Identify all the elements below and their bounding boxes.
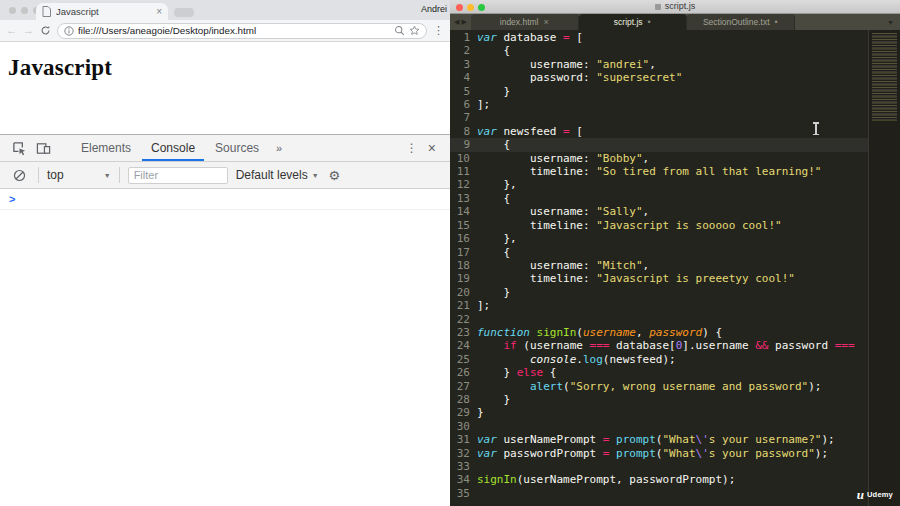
browser-menu-icon[interactable]: ⋮ — [433, 24, 444, 37]
code-text: } — [477, 286, 868, 299]
code-line[interactable]: 12 }, — [450, 178, 868, 191]
unsaved-dot-icon[interactable]: • — [775, 17, 778, 27]
unsaved-dot-icon[interactable]: • — [648, 17, 651, 27]
code-text: } — [477, 406, 868, 419]
code-line[interactable]: 2 { — [450, 44, 868, 57]
code-line[interactable]: 18 username: "Mitch", — [450, 259, 868, 272]
code-line[interactable]: 4 password: "supersecret" — [450, 71, 868, 84]
code-text: { — [477, 192, 868, 205]
filter-input[interactable] — [128, 167, 228, 184]
inspect-element-icon[interactable] — [8, 137, 30, 159]
line-number: 33 — [450, 460, 477, 473]
code-line[interactable]: 23function signIn(username, password) { — [450, 326, 868, 339]
device-toolbar-icon[interactable] — [32, 137, 54, 159]
editor-tab-script-js[interactable]: script.js • — [579, 14, 687, 30]
line-number: 19 — [450, 272, 477, 285]
code-line[interactable]: 1var database = [ — [450, 31, 868, 44]
code-line[interactable]: 34signIn(userNamePrompt, passwordPrompt)… — [450, 473, 868, 486]
code-text: if (username === database[0].username &&… — [477, 339, 868, 352]
code-line[interactable]: 14 username: "Sally", — [450, 205, 868, 218]
info-icon[interactable] — [64, 26, 74, 36]
code-line[interactable]: 8var newsfeed = [ — [450, 125, 868, 138]
url-text[interactable]: file:///Users/aneagoie/Desktop/index.htm… — [78, 25, 390, 36]
line-number: 22 — [450, 313, 477, 326]
new-tab-button[interactable] — [174, 8, 194, 17]
code-line[interactable]: 26 } else { — [450, 366, 868, 379]
code-line[interactable]: 30 — [450, 420, 868, 433]
code-line[interactable]: 15 timeline: "Javascript is sooooo cool!… — [450, 219, 868, 232]
window-minimize-button[interactable] — [21, 7, 28, 14]
code-line[interactable]: 28 } — [450, 393, 868, 406]
bookmark-star-icon[interactable] — [409, 25, 420, 36]
code-text: username: "Sally", — [477, 205, 868, 218]
code-text: var userNamePrompt = prompt("What\'s you… — [477, 433, 868, 446]
code-line[interactable]: 22 — [450, 313, 868, 326]
devtools-menu-icon[interactable]: ⋮ — [406, 141, 418, 155]
code-line[interactable]: 10 username: "Bobby", — [450, 152, 868, 165]
devtools-tab-sources[interactable]: Sources — [206, 135, 268, 161]
code-line[interactable]: 11 timeline: "So tired from all that lea… — [450, 165, 868, 178]
forward-icon[interactable]: → — [23, 25, 34, 36]
back-icon[interactable]: ← — [6, 25, 17, 36]
console-prompt-row[interactable]: > — [0, 189, 450, 210]
log-levels-dropdown[interactable]: Default levels ▼ — [236, 168, 319, 182]
url-bar[interactable]: file:///Users/aneagoie/Desktop/index.htm… — [57, 23, 427, 39]
code-line[interactable]: 21]; — [450, 299, 868, 312]
context-selector[interactable]: top ▼ — [47, 168, 111, 182]
code-line[interactable]: 19 timeline: "Javascript is preeetyy coo… — [450, 272, 868, 285]
code-lines[interactable]: 1var database = [2 {3 username: "andrei"… — [450, 30, 868, 506]
editor-titlebar: script.js — [450, 0, 900, 14]
code-line[interactable]: 24 if (username === database[0].username… — [450, 339, 868, 352]
code-line[interactable]: 17 { — [450, 246, 868, 259]
code-line[interactable]: 3 username: "andrei", — [450, 58, 868, 71]
tab-close-icon[interactable]: × — [544, 17, 549, 27]
editor-tab-index-html[interactable]: index.html × — [471, 14, 579, 30]
line-number: 27 — [450, 380, 477, 393]
reload-icon[interactable] — [40, 25, 51, 36]
console-settings-gear-icon[interactable]: ⚙ — [329, 168, 341, 183]
minimap[interactable] — [872, 33, 897, 121]
tab-label: index.html — [500, 17, 539, 27]
code-text: { — [477, 44, 868, 57]
code-text: console.log(newsfeed); — [477, 353, 868, 366]
code-line[interactable]: 29} — [450, 406, 868, 419]
tab-label: script.js — [614, 17, 643, 27]
tab-close-icon[interactable]: × — [156, 6, 162, 17]
line-number: 23 — [450, 326, 477, 339]
editor-tab-sectionoutline-txt[interactable]: SectionOutline.txt • — [687, 14, 795, 30]
code-line[interactable]: 16 }, — [450, 232, 868, 245]
code-line[interactable]: 27 alert("Sorry, wrong username and pass… — [450, 380, 868, 393]
devtools-tab-console[interactable]: Console — [142, 135, 204, 161]
tab-scroll-right-icon[interactable]: ▶ — [461, 18, 466, 26]
line-number: 28 — [450, 393, 477, 406]
code-line[interactable]: 33 — [450, 460, 868, 473]
devtools-close-icon[interactable]: × — [428, 140, 436, 156]
line-number: 4 — [450, 71, 477, 84]
code-text: var newsfeed = [ — [477, 125, 868, 138]
code-line[interactable]: 9 { — [450, 138, 868, 151]
code-text: var database = [ — [477, 31, 868, 44]
code-line[interactable]: 32var passwordPrompt = prompt("What\'s y… — [450, 447, 868, 460]
code-line[interactable]: 25 console.log(newsfeed); — [450, 353, 868, 366]
code-line[interactable]: 13 { — [450, 192, 868, 205]
window-close-button[interactable] — [9, 7, 16, 14]
tab-scroll-left-icon[interactable]: ◀ — [454, 18, 459, 26]
more-tabs-icon[interactable]: » — [270, 142, 288, 154]
browser-tab[interactable]: Javascript × — [36, 3, 168, 20]
editor-window-title: script.js — [450, 1, 900, 11]
code-line[interactable]: 5 } — [450, 85, 868, 98]
code-line[interactable]: 6]; — [450, 98, 868, 111]
devtools-tab-elements[interactable]: Elements — [72, 135, 140, 161]
tab-overflow-icon[interactable]: ▼ — [881, 14, 900, 30]
code-line[interactable]: 20 } — [450, 286, 868, 299]
code-text: username: "Bobby", — [477, 152, 868, 165]
code-line[interactable]: 31var userNamePrompt = prompt("What\'s y… — [450, 433, 868, 446]
zoom-icon[interactable] — [394, 25, 405, 36]
code-line[interactable]: 35 — [450, 487, 868, 500]
code-text: timeline: "So tired from all that learni… — [477, 165, 868, 178]
code-line[interactable]: 7 — [450, 111, 868, 124]
console-output[interactable]: > — [0, 189, 450, 506]
line-number: 29 — [450, 406, 477, 419]
code-text — [477, 420, 868, 433]
clear-console-icon[interactable] — [8, 164, 30, 186]
